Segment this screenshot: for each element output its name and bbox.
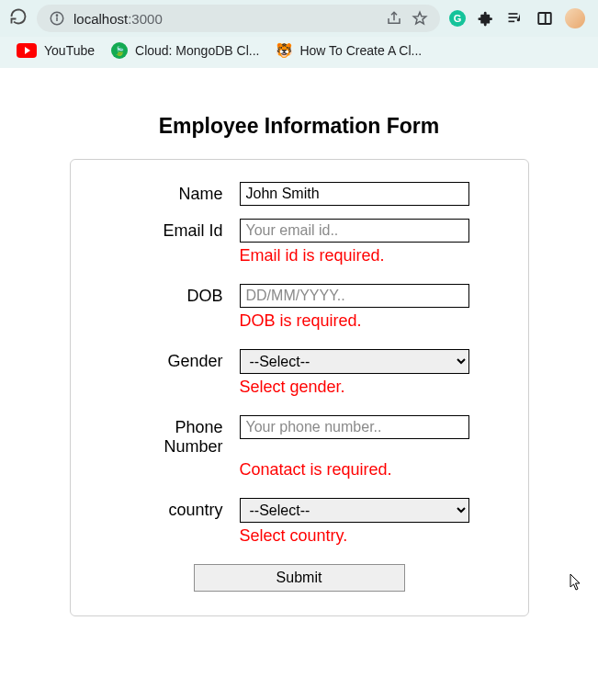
field-name: Name	[102, 182, 497, 206]
bookmark-label: How To Create A Cl...	[299, 43, 422, 58]
share-icon[interactable]	[385, 9, 403, 28]
bookmark-cluster[interactable]: 🐯 How To Create A Cl...	[276, 42, 422, 59]
panel-icon[interactable]	[536, 9, 554, 28]
svg-rect-5	[509, 17, 518, 18]
field-phone: Phone Number	[102, 415, 497, 457]
grammarly-icon[interactable]: G	[449, 10, 466, 27]
field-gender: Gender --Select--	[102, 349, 497, 374]
name-input[interactable]	[240, 182, 469, 206]
page-content: Employee Information Form Name Email Id …	[0, 68, 598, 616]
error-country: Select country.	[240, 526, 497, 546]
svg-marker-3	[413, 12, 426, 24]
form-card: Name Email Id Email id is required. DOB …	[70, 159, 529, 616]
browser-toolbar: localhost:3000 G	[0, 0, 598, 37]
bookmarks-bar: YouTube 🍃 Cloud: MongoDB Cl... 🐯 How To …	[0, 37, 598, 68]
profile-avatar[interactable]	[565, 8, 585, 28]
toolbar-right: G	[449, 8, 589, 28]
gender-select[interactable]: --Select--	[240, 349, 469, 374]
field-dob: DOB	[102, 284, 497, 308]
error-phone: Conatact is required.	[240, 460, 497, 480]
error-gender: Select gender.	[240, 378, 497, 397]
extensions-icon[interactable]	[477, 9, 495, 28]
field-email: Email Id	[102, 219, 497, 243]
bookmark-youtube[interactable]: YouTube	[17, 43, 95, 58]
info-icon	[48, 9, 66, 28]
url-text: localhost:3000	[73, 11, 163, 27]
label-dob: DOB	[102, 284, 240, 306]
bookmark-label: YouTube	[44, 43, 95, 58]
bookmark-label: Cloud: MongoDB Cl...	[135, 43, 259, 58]
label-gender: Gender	[102, 349, 240, 371]
music-queue-icon[interactable]	[506, 9, 525, 28]
phone-input[interactable]	[240, 415, 469, 439]
dob-input[interactable]	[240, 284, 469, 308]
address-bar[interactable]: localhost:3000	[37, 5, 440, 32]
error-email: Email id is required.	[240, 246, 497, 265]
label-country: country	[102, 498, 240, 520]
reload-icon[interactable]	[9, 7, 28, 29]
svg-point-2	[56, 15, 57, 16]
error-dob: DOB is required.	[240, 311, 497, 331]
field-country: country --Select--	[102, 498, 497, 523]
submit-button[interactable]: Submit	[194, 564, 405, 592]
mongodb-icon: 🍃	[111, 42, 128, 59]
svg-rect-4	[509, 13, 518, 15]
svg-rect-6	[509, 21, 515, 23]
form-title: Employee Information Form	[159, 114, 439, 139]
label-phone: Phone Number	[102, 415, 240, 457]
label-email: Email Id	[102, 219, 240, 241]
country-select[interactable]: --Select--	[240, 498, 469, 523]
youtube-icon	[17, 43, 37, 58]
star-icon[interactable]	[411, 9, 429, 28]
label-name: Name	[102, 182, 240, 204]
bookmark-mongodb[interactable]: 🍃 Cloud: MongoDB Cl...	[111, 42, 259, 59]
submit-row: Submit	[102, 564, 497, 592]
email-input[interactable]	[240, 219, 469, 243]
cluster-icon: 🐯	[276, 42, 292, 59]
